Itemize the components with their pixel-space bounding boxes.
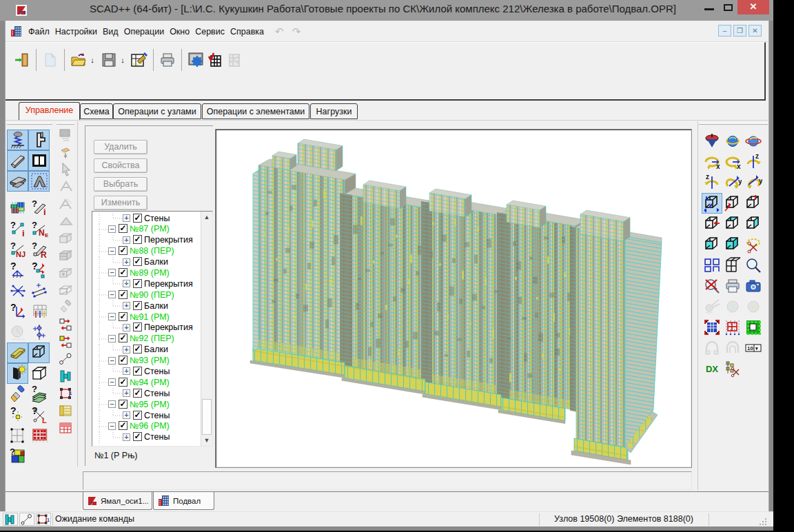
rotate-z2-icon[interactable]: z [702,172,722,193]
dx-label[interactable]: DX [702,358,722,379]
assembly-blocks-icon[interactable] [7,198,28,218]
exit-door-icon[interactable] [12,50,32,70]
tree-checkbox[interactable]: ✓ [133,432,142,441]
nodes-red-square-icon[interactable]: 1 [57,385,74,402]
cube-arrow-down-icon[interactable] [743,193,764,214]
tree-checkbox[interactable]: ✓ [133,389,142,398]
tree-checkbox[interactable]: ✓ [133,301,142,310]
tree-label[interactable]: №90 (ПЕР) [130,290,174,300]
grid-red-icon[interactable] [28,425,50,446]
menu-2[interactable]: Настройки [52,27,100,37]
dropdown-arrow-icon[interactable]: ↓ [88,56,96,64]
tree-label[interactable]: Перекрытия [144,235,193,245]
scroll-down-icon[interactable]: ▼ [201,435,212,446]
expand-icon[interactable]: + [123,236,130,244]
grid-colored-question-icon[interactable]: ? [7,446,28,467]
panel-button-3[interactable]: Выбрать [94,177,147,192]
panel-button-4[interactable]: Изменить [94,196,147,210]
tree-label[interactable]: Балки [144,301,168,311]
panel-bulb-icon[interactable] [7,363,28,384]
toolbar-grip[interactable] [57,123,74,125]
tree-checkbox[interactable]: ✓ [119,400,128,409]
rotate-z-up-icon[interactable]: z [743,152,764,172]
title-bar[interactable]: ++ SCAD++ (64-бит) - [L:\И.С. Кукушкин Р… [0,0,773,21]
collapse-icon[interactable]: – [108,400,116,408]
rotate-x2-icon[interactable]: x [722,152,743,172]
tree-checkbox[interactable]: ✓ [119,290,128,299]
collapse-icon[interactable]: – [108,422,116,430]
tree-checkbox[interactable]: ✓ [119,312,128,321]
resize-grip[interactable] [758,516,768,525]
document-tab-1[interactable]: +Ямал_оси1... [83,492,152,510]
node-nj-icon[interactable]: ?NJ [7,239,28,260]
grid-green-icon[interactable] [743,317,764,338]
tab-4[interactable]: Операции с элементами [202,103,309,119]
tree-checkbox[interactable]: ✓ [133,214,142,223]
node-info-icon[interactable]: ?i [7,218,28,239]
cube-arrow-out-icon[interactable] [722,193,743,214]
sheet-yellow-icon[interactable] [57,402,74,419]
expand-icon[interactable]: + [123,389,130,397]
expand-icon[interactable]: + [123,214,130,222]
dropdown-arrow-icon[interactable]: ↓ [119,56,127,64]
tree-label[interactable]: Стены [144,367,170,376]
monitor-settings-icon[interactable] [186,50,205,70]
collapse-icon[interactable]: – [108,313,116,320]
globe2-icon[interactable] [743,131,764,152]
open-folder-icon[interactable] [69,50,88,70]
diamond-nodes-icon[interactable] [28,322,50,342]
grid-arrows-icon[interactable] [28,301,50,322]
tree-label[interactable]: №96 (РМ) [130,421,170,431]
tree-checkbox[interactable]: ✓ [119,421,128,430]
tab-5[interactable]: Нагрузки [310,103,358,119]
tree-label[interactable]: Стены [144,411,170,420]
tree-label[interactable]: №95 (РМ) [130,400,170,409]
tree-checkbox[interactable]: ✓ [133,257,142,266]
tree-label[interactable]: №91 (РМ) [130,312,170,322]
layers-question-icon[interactable]: ? [28,384,50,405]
menu-7[interactable]: Справка [227,27,267,37]
scroll-up-icon[interactable]: ▲ [201,212,212,223]
ibeam-cyan-icon[interactable] [57,367,74,385]
toolbar-grip[interactable] [699,123,768,125]
rotate-x1-icon[interactable]: x [702,152,722,172]
axes-star-icon[interactable] [7,280,28,301]
multi-window-icon[interactable] [702,255,722,276]
close-button[interactable]: ✕ [737,0,769,14]
node-move-icon[interactable]: ? [28,260,50,280]
tree-label[interactable]: №88 (ПЕР) [130,246,174,256]
tree-checkbox[interactable]: ✓ [133,323,142,331]
cube-white-icon[interactable] [28,363,50,384]
parallel-links-icon[interactable] [28,280,50,301]
table-blue-icon[interactable] [702,317,722,338]
expand-icon[interactable]: + [123,280,130,287]
print-view-icon[interactable] [722,276,743,296]
cube-right-cyan-icon[interactable] [743,214,764,234]
tree-label[interactable]: Перекрытия [144,323,193,332]
collapse-icon[interactable]: – [108,335,116,342]
maximize-button[interactable] [724,4,733,11]
tree-checkbox[interactable]: ✓ [133,279,142,288]
tree-label[interactable]: Стены [144,214,170,223]
mdi-restore-icon[interactable]: ❐ [733,25,746,37]
project-properties-icon[interactable] [130,50,149,70]
grid-nodes-icon[interactable] [7,425,28,446]
frame-grid-icon[interactable] [722,255,743,276]
camera-icon[interactable] [743,276,764,296]
collapse-icon[interactable]: – [108,357,116,365]
collapse-icon[interactable]: – [108,269,116,276]
tree-label[interactable]: №87 (РМ) [130,224,170,234]
tree-checkbox[interactable]: ✓ [133,235,142,244]
panel-button-1[interactable]: Удалить [94,140,147,154]
tab-1[interactable]: Управление [19,102,80,120]
mdi-close-icon[interactable]: ✕ [749,25,762,37]
tree-scrollbar[interactable]: ▲ ▼ [201,212,212,446]
scroll-thumb[interactable] [202,399,212,435]
cube-arrow-left-icon[interactable] [702,214,722,234]
tree-checkbox[interactable]: ✓ [119,246,128,255]
tree-label[interactable]: Стены [144,389,170,398]
fragment-cut-icon[interactable] [722,358,743,379]
tree-label[interactable]: Перекрытия [144,279,193,289]
beam-info-icon[interactable]: ?i [28,198,50,218]
cube-wire-icon[interactable] [28,342,50,363]
